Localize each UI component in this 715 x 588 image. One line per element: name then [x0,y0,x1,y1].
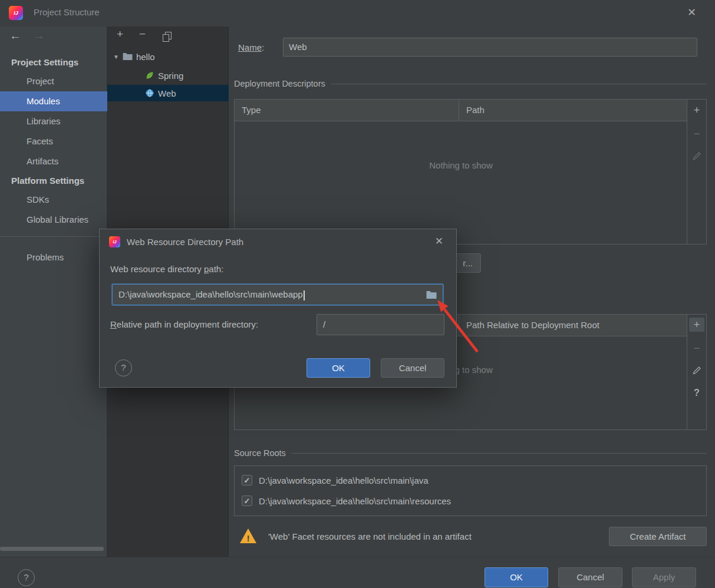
source-root-row: ✓ D:\java\workspace_idea\hello\src\main\… [235,491,706,511]
edit-icon[interactable] [687,149,706,163]
add-icon[interactable]: + [689,318,704,332]
cancel-button[interactable]: Cancel [558,567,622,587]
checkbox-checked[interactable]: ✓ [242,495,252,506]
sidebar-scrollbar[interactable] [0,547,104,551]
section-deployment-descriptors: Deployment Descriptors [234,76,707,91]
tree-node-label: Spring [158,71,183,81]
source-root-path: D:\java\workspace_idea\hello\src\main\re… [259,496,451,506]
relative-path-input[interactable]: / [317,314,444,335]
tree-remove-icon[interactable]: − [139,28,146,41]
dialog-title: Web Resource Directory Path [127,237,243,247]
web-resource-path-value: D:\java\workspace_idea\hello\src\main\we… [118,289,303,299]
intellij-logo-icon: IJ [109,236,120,247]
window-titlebar: IJ Project Structure ✕ [0,0,715,27]
relative-path-value: / [323,319,325,329]
dialog-cancel-button[interactable]: Cancel [381,358,444,378]
table-toolbar: + − [687,100,706,244]
deployment-descriptors-table: Type Path Nothing to show + − [234,99,707,245]
remove-icon[interactable]: − [687,127,706,141]
folder-icon [123,52,133,61]
spring-leaf-icon [145,71,154,80]
tree-add-icon[interactable]: + [117,28,123,41]
sidebar: ← → Project Settings Project Modules Lib… [0,27,107,557]
tree-node-label: hello [136,52,155,62]
table-header-row: Type Path [235,100,687,121]
copy-icon[interactable] [163,32,172,42]
project-structure-window: IJ Project Structure ✕ ← → Project Setti… [0,0,715,588]
tree-node-hello[interactable]: ▼ hello [107,48,229,65]
sidebar-section-platform-settings: Platform Settings [11,171,84,190]
checkbox-checked[interactable]: ✓ [242,475,252,485]
dialog-help-button[interactable]: ? [115,359,132,376]
intellij-logo-icon: IJ [9,6,23,20]
window-title: Project Structure [34,7,100,17]
warning-text: 'Web' Facet resources are not included i… [268,529,472,544]
sidebar-item-facets[interactable]: Facets [0,131,107,151]
dialog-footer: ? OK Cancel Apply [0,557,715,588]
section-line [292,453,707,454]
section-title: Source Roots [234,448,286,458]
help-button[interactable]: ? [18,569,35,586]
check-icon: ✓ [244,476,251,485]
create-artifact-button[interactable]: Create Artifact [609,527,707,546]
edit-icon[interactable] [687,364,706,378]
dialog-close-icon[interactable]: ✕ [435,235,443,247]
web-globe-icon [145,88,154,98]
name-label: Name: [238,39,264,56]
sidebar-item-project[interactable]: Project [0,71,107,91]
sidebar-section-project-settings: Project Settings [11,53,78,72]
column-header-path-relative: Path Relative to Deployment Root [459,315,687,336]
tree-node-spring[interactable]: Spring [107,67,229,84]
facet-name-value: Web [289,42,307,52]
intellij-logo-text: IJ [113,240,117,244]
table-toolbar: + − ? [687,315,706,430]
back-icon[interactable]: ← [9,29,21,42]
column-header-path: Path [459,100,687,121]
help-icon[interactable]: ? [687,386,706,400]
warning-exclamation: ! [240,534,256,543]
ok-button[interactable]: OK [485,567,548,587]
web-resource-path-input[interactable]: D:\java\workspace_idea\hello\src\main\we… [112,284,443,305]
intellij-logo-text: IJ [14,10,18,16]
section-source-roots: Source Roots [234,445,707,461]
sidebar-item-sdks[interactable]: SDKs [0,190,107,210]
tree-node-web[interactable]: Web [107,85,229,101]
warning-icon: ! [240,528,256,543]
window-close-icon[interactable]: ✕ [687,6,696,19]
apply-button[interactable]: Apply [632,567,696,587]
forward-icon[interactable]: → [33,29,45,42]
sidebar-item-artifacts[interactable]: Artifacts [0,151,107,171]
sidebar-divider [0,236,107,237]
source-root-path: D:\java\workspace_idea\hello\src\main\ja… [259,475,429,485]
dialog-ok-button[interactable]: OK [307,358,370,378]
browse-folder-icon[interactable] [426,290,437,299]
tree-node-label: Web [158,88,176,98]
facet-name-input[interactable]: Web [283,38,697,57]
check-icon: ✓ [244,497,251,506]
sidebar-item-global-libraries[interactable]: Global Libraries [0,210,107,230]
web-resource-directory-dialog: IJ Web Resource Directory Path ✕ Web res… [99,229,457,388]
section-title: Deployment Descriptors [234,79,325,88]
text-caret [304,290,305,300]
web-resource-path-label: Web resource directory path: [110,262,223,276]
source-root-row: ✓ D:\java\workspace_idea\hello\src\main\… [235,470,706,490]
empty-state-text: Nothing to show [235,158,687,173]
sidebar-item-modules[interactable]: Modules [0,91,107,111]
column-header-type: Type [235,100,459,121]
section-line [331,84,707,84]
sidebar-item-libraries[interactable]: Libraries [0,111,107,131]
sidebar-item-problems[interactable]: Problems [0,247,107,267]
remove-icon[interactable]: − [687,341,706,355]
source-roots-list: ✓ D:\java\workspace_idea\hello\src\main\… [234,465,707,516]
relative-path-label: Relative path in deployment directory: [110,318,258,332]
add-icon[interactable]: + [687,103,706,117]
chevron-expanded-icon[interactable]: ▼ [113,54,119,60]
